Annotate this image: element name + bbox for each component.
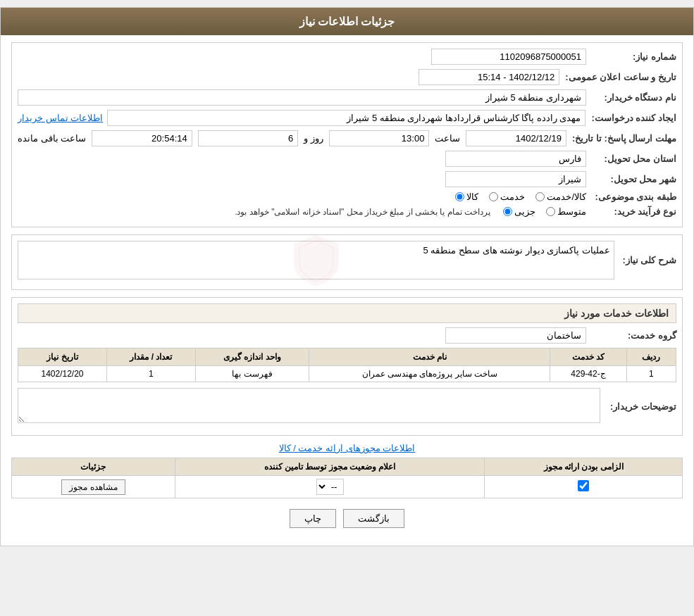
province-row: استان محل تحویل: فارس bbox=[18, 151, 676, 167]
permissions-section: اطلاعات مجوزهای ارائه خدمت / کالا الزامی… bbox=[11, 443, 683, 498]
cell-need-date: 1402/12/20 bbox=[18, 366, 107, 382]
permissions-title[interactable]: اطلاعات مجوزهای ارائه خدمت / کالا bbox=[11, 443, 683, 453]
perm-required-checkbox[interactable] bbox=[578, 480, 589, 491]
perm-required-cell bbox=[485, 476, 683, 498]
cell-unit: فهرست بها bbox=[195, 366, 309, 382]
deadline-time-label: ساعت bbox=[435, 133, 460, 144]
col-unit: واحد اندازه گیری bbox=[195, 348, 309, 366]
page-header: جزئیات اطلاعات نیاز bbox=[1, 8, 693, 35]
buyer-notes-textarea[interactable] bbox=[18, 388, 600, 423]
perm-col-details: جزئیات bbox=[12, 458, 175, 476]
purchase-type-label: نوع فرآیند خرید: bbox=[592, 206, 676, 217]
need-number-value: 1102096875000051 bbox=[431, 49, 586, 65]
service-group-value: ساختمان bbox=[445, 327, 586, 344]
services-table: ردیف کد خدمت نام خدمت واحد اندازه گیری ت… bbox=[18, 348, 676, 382]
category-label: طبقه بندی موضوعی: bbox=[592, 191, 676, 202]
need-description-row: شرح کلی نیاز: عملیات پاکسازی دیوار نوشته… bbox=[18, 241, 676, 279]
service-group-label: گروه خدمت: bbox=[592, 330, 676, 341]
deadline-remaining-label: ساعت باقی مانده bbox=[18, 133, 86, 144]
category-option-khedmat[interactable]: خدمت bbox=[489, 191, 525, 202]
print-button[interactable]: چاپ bbox=[290, 509, 336, 528]
list-item: -- مشاهده مجوز bbox=[12, 476, 683, 498]
province-label: استان محل تحویل: bbox=[592, 153, 676, 164]
perm-supplier-status-cell[interactable]: -- bbox=[175, 476, 485, 498]
province-value: فارس bbox=[445, 151, 586, 167]
perm-supplier-status-select[interactable]: -- bbox=[316, 479, 344, 495]
need-description-section: شرح کلی نیاز: عملیات پاکسازی دیوار نوشته… bbox=[11, 234, 683, 290]
permissions-table: الزامی بودن ارائه مجوز اعلام وضعیت مجوز … bbox=[11, 458, 683, 498]
col-row-num: ردیف bbox=[626, 348, 676, 366]
buyer-notes-label: توضیحات خریدار: bbox=[606, 401, 676, 412]
buyer-notes-area bbox=[18, 388, 600, 425]
category-row: طبقه بندی موضوعی: کالا/خدمت خدمت کالا bbox=[18, 191, 676, 202]
service-group-row: گروه خدمت: ساختمان bbox=[18, 327, 676, 344]
deadline-days-label: روز و bbox=[304, 133, 323, 144]
need-description-label: شرح کلی نیاز: bbox=[620, 255, 676, 265]
creator-label: ایجاد کننده درخواست: bbox=[591, 113, 676, 123]
deadline-label: مهلت ارسال پاسخ: تا تاریخ: bbox=[572, 133, 676, 144]
date-time-value: 1402/12/12 - 15:14 bbox=[419, 69, 559, 85]
category-label-kala: کالا bbox=[466, 191, 478, 202]
category-label-kala-khedmat: کالا/خدمت bbox=[547, 191, 586, 202]
need-number-label: شماره نیاز: bbox=[592, 51, 676, 62]
deadline-remaining: 20:54:14 bbox=[92, 130, 192, 146]
category-label-khedmat: خدمت bbox=[500, 191, 525, 202]
deadline-time: 13:00 bbox=[329, 130, 430, 146]
services-section: اطلاعات خدمات مورد نیاز گروه خدمت: ساختم… bbox=[11, 297, 683, 436]
need-description-area: عملیات پاکسازی دیوار نوشته های سطح منطقه… bbox=[18, 241, 614, 279]
date-time-row: تاریخ و ساعت اعلان عمومی: 1402/12/12 - 1… bbox=[18, 69, 676, 85]
deadline-row: مهلت ارسال پاسخ: تا تاریخ: 1402/12/19 سا… bbox=[18, 130, 676, 146]
col-need-date: تاریخ نیاز bbox=[18, 348, 107, 366]
creator-value: مهدی رادده پاگا کارشناس قراردادها شهردار… bbox=[107, 110, 585, 126]
col-service-name: نام خدمت bbox=[309, 348, 550, 366]
purchase-type-radio-jozei[interactable] bbox=[503, 207, 512, 216]
date-time-label: تاریخ و ساعت اعلان عمومی: bbox=[565, 72, 676, 82]
buyer-contact-link[interactable]: اطلاعات تماس خریدار bbox=[18, 113, 103, 123]
category-radio-group: کالا/خدمت خدمت کالا bbox=[455, 191, 586, 202]
buyer-org-value: شهرداری منطقه 5 شیراز bbox=[18, 89, 586, 106]
back-button[interactable]: بازگشت bbox=[343, 509, 404, 528]
view-permit-button[interactable]: مشاهده مجوز bbox=[61, 479, 125, 495]
cell-service-code: ج-42-429 bbox=[550, 366, 627, 382]
buyer-org-row: نام دستگاه خریدار: شهرداری منطقه 5 شیراز bbox=[18, 89, 676, 106]
deadline-date: 1402/12/19 bbox=[466, 130, 566, 146]
purchase-type-label-jozei: جزیی bbox=[514, 206, 535, 217]
purchase-type-row: نوع فرآیند خرید: متوسط جزیی پرداخت تمام … bbox=[18, 206, 676, 217]
button-group: بازگشت چاپ bbox=[11, 509, 683, 528]
perm-details-cell: مشاهده مجوز bbox=[12, 476, 175, 498]
category-option-kala-khedmat[interactable]: کالا/خدمت bbox=[535, 191, 586, 202]
category-radio-khedmat[interactable] bbox=[489, 192, 498, 201]
category-radio-kala-khedmat[interactable] bbox=[535, 192, 545, 201]
category-radio-kala[interactable] bbox=[455, 192, 464, 201]
need-number-row: شماره نیاز: 1102096875000051 bbox=[18, 49, 676, 65]
perm-col-supplier-status: اعلام وضعیت مجوز توسط تامین کننده bbox=[175, 458, 485, 476]
city-label: شهر محل تحویل: bbox=[592, 174, 676, 184]
cell-row-num: 1 bbox=[626, 366, 676, 382]
services-section-title: اطلاعات خدمات مورد نیاز bbox=[18, 303, 676, 323]
city-row: شهر محل تحویل: شیراز bbox=[18, 171, 676, 187]
purchase-type-radio-group: متوسط جزیی bbox=[503, 206, 586, 217]
col-quantity: تعداد / مقدار bbox=[107, 348, 196, 366]
table-row: 1 ج-42-429 ساخت سایر پروژه‌های مهندسی عم… bbox=[18, 366, 676, 382]
cell-service-name: ساخت سایر پروژه‌های مهندسی عمران bbox=[309, 366, 550, 382]
deadline-days: 6 bbox=[198, 130, 299, 146]
purchase-type-option-jozei[interactable]: جزیی bbox=[503, 206, 535, 217]
perm-col-required: الزامی بودن ارائه مجوز bbox=[485, 458, 683, 476]
main-info-section: شماره نیاز: 1102096875000051 تاریخ و ساع… bbox=[11, 42, 683, 227]
buyer-org-label: نام دستگاه خریدار: bbox=[592, 92, 676, 103]
col-service-code: کد خدمت bbox=[550, 348, 627, 366]
purchase-type-radio-motawaset[interactable] bbox=[546, 207, 555, 216]
purchase-type-option-motawaset[interactable]: متوسط bbox=[546, 206, 586, 217]
purchase-type-note: پرداخت تمام یا بخشی از مبلغ خریداز محل "… bbox=[235, 207, 490, 217]
buyer-notes-row: توضیحات خریدار: bbox=[18, 388, 676, 425]
creator-row: ایجاد کننده درخواست: مهدی رادده پاگا کار… bbox=[18, 110, 676, 126]
city-value: شیراز bbox=[445, 171, 586, 187]
cell-quantity: 1 bbox=[107, 366, 196, 382]
purchase-type-label-motawaset: متوسط bbox=[557, 206, 586, 217]
category-option-kala[interactable]: کالا bbox=[455, 191, 478, 202]
page-title: جزئیات اطلاعات نیاز bbox=[299, 15, 395, 27]
